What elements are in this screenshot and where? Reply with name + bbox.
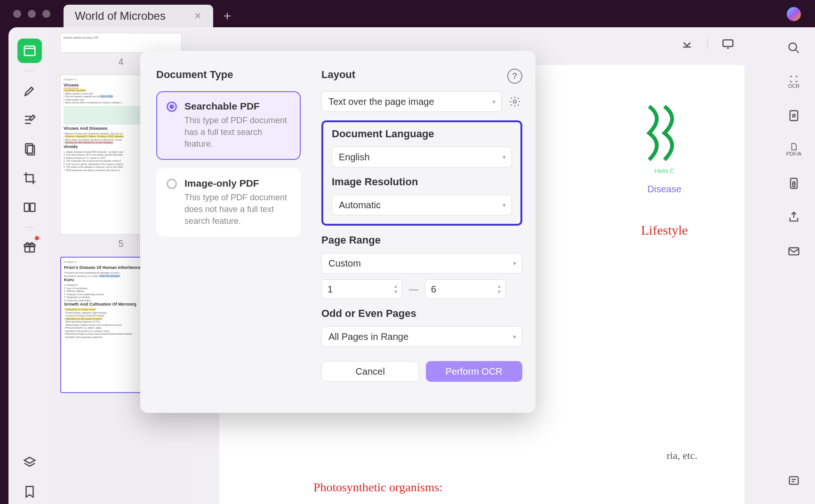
helix-illustration: Helix C Disease Lifestyle (622, 102, 707, 238)
svg-point-21 (513, 100, 517, 103)
searchable-pdf-option[interactable]: Searchable PDF This type of PDF document… (156, 91, 301, 160)
lifestyle-text: Lifestyle (622, 223, 707, 238)
svg-point-12 (789, 43, 797, 51)
tab-bar: World of Microbes ✕ + (64, 5, 233, 27)
notes-icon[interactable] (784, 471, 803, 490)
radio-icon (167, 179, 177, 189)
share-icon[interactable] (784, 208, 803, 227)
search-icon[interactable] (784, 39, 803, 57)
app-body: paralytic shellfish poisoning, PSP 4 Cha… (8, 27, 815, 504)
odd-even-label: Odd or Even Pages (321, 307, 522, 320)
pdfa-icon[interactable]: PDF/A (784, 140, 803, 159)
stepper-arrows-icon[interactable]: ▲▼ (497, 284, 502, 294)
compare-icon[interactable] (17, 195, 42, 220)
disease-text: Disease (622, 184, 707, 195)
option-description: This type of PDF document does not have … (184, 192, 290, 228)
etc-text: ria, etc. (667, 449, 697, 462)
svg-rect-14 (790, 111, 798, 121)
minimize-window-button[interactable] (28, 10, 36, 18)
ocr-icon[interactable]: OCR (784, 72, 803, 91)
dialog-actions: Cancel Perform OCR (321, 361, 522, 382)
chevron-down-icon[interactable] (680, 37, 694, 51)
page-range-row: 1 ▲▼ — 6 ▲▼ (321, 279, 522, 299)
resolution-label: Image Resolution (332, 176, 512, 188)
document-tab[interactable]: World of Microbes ✕ (64, 5, 213, 27)
odd-even-dropdown[interactable]: All Pages in Range (321, 326, 522, 347)
layers-icon[interactable] (17, 450, 42, 475)
presentation-icon[interactable] (721, 37, 735, 51)
range-dash: — (409, 284, 418, 295)
layout-dropdown[interactable]: Text over the page image (321, 91, 502, 112)
language-dropdown[interactable]: English (332, 147, 512, 167)
add-tab-button[interactable]: + (222, 10, 233, 22)
photo-text: Photosynthetic organisms: (313, 480, 443, 495)
svg-rect-18 (790, 477, 799, 484)
left-sidebar (8, 27, 51, 504)
gift-icon[interactable] (17, 235, 42, 260)
crop-icon[interactable] (17, 166, 42, 190)
tab-title: World of Microbes (75, 9, 166, 23)
edit-text-icon[interactable] (17, 108, 42, 132)
option-title: Image-only PDF (184, 178, 290, 189)
ocr-dialog: Document Type Searchable PDF This type o… (140, 51, 535, 413)
language-label: Document Language (332, 128, 512, 140)
page-from-input[interactable]: 1 ▲▼ (321, 279, 402, 299)
svg-rect-17 (789, 248, 799, 255)
highlighted-settings-block: Document Language English Image Resoluti… (321, 120, 522, 226)
svg-rect-5 (30, 203, 35, 212)
traffic-lights (0, 10, 50, 18)
convert-icon[interactable] (784, 106, 803, 125)
maximize-window-button[interactable] (42, 10, 50, 18)
doc-toolbar (680, 37, 735, 51)
layout-label: Layout (321, 69, 522, 81)
svg-rect-16 (793, 184, 795, 187)
radio-icon (167, 102, 177, 112)
helix-label: Helix C (622, 167, 707, 174)
gear-icon[interactable] (507, 94, 522, 109)
option-description: This type of PDF document has a full tex… (184, 115, 290, 150)
bookmark-icon[interactable] (17, 480, 42, 504)
stepper-arrows-icon[interactable]: ▲▼ (393, 284, 398, 294)
highlighter-icon[interactable] (17, 79, 42, 103)
divider (707, 38, 708, 49)
mail-icon[interactable] (784, 242, 803, 260)
divider (25, 227, 34, 228)
page-thumbnail[interactable]: paralytic shellfish poisoning, PSP (60, 33, 182, 53)
document-type-label: Document Type (156, 69, 301, 81)
page-range-dropdown[interactable]: Custom (321, 253, 522, 274)
right-sidebar: OCR PDF/A (773, 27, 815, 504)
dialog-left-pane: Document Type Searchable PDF This type o… (140, 51, 317, 413)
svg-line-13 (796, 50, 799, 53)
brand-logo-icon (787, 7, 801, 21)
divider (25, 71, 34, 71)
page-range-label: Page Range (321, 234, 522, 246)
dialog-right-pane: ? Layout Text over the page image Docume… (317, 51, 535, 413)
option-title: Searchable PDF (184, 101, 290, 112)
svg-rect-10 (723, 40, 733, 47)
reader-mode-icon[interactable] (17, 39, 42, 63)
perform-ocr-button[interactable]: Perform OCR (426, 361, 523, 382)
page-to-input[interactable]: 6 ▲▼ (425, 279, 506, 299)
cancel-button[interactable]: Cancel (321, 361, 419, 382)
help-icon[interactable]: ? (507, 69, 522, 84)
svg-rect-0 (24, 46, 35, 55)
page-manager-icon[interactable] (17, 137, 42, 161)
lock-icon[interactable] (784, 174, 803, 193)
svg-rect-4 (24, 203, 29, 212)
close-window-button[interactable] (13, 10, 21, 18)
resolution-dropdown[interactable]: Automatic (332, 195, 512, 215)
close-tab-icon[interactable]: ✕ (194, 10, 202, 22)
image-only-pdf-option[interactable]: Image-only PDF This type of PDF document… (156, 168, 301, 237)
